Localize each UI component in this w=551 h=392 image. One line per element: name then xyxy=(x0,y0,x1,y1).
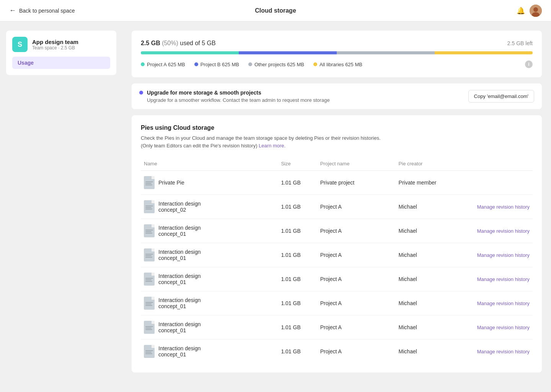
learn-more-link[interactable]: Learn more. xyxy=(259,143,285,149)
svg-rect-13 xyxy=(144,224,155,237)
back-navigation[interactable]: ← Back to personal space xyxy=(9,7,75,15)
manage-revision-history-link[interactable]: Manage revision history xyxy=(477,301,530,306)
col-header-action xyxy=(474,157,533,171)
manage-revision-history-link[interactable]: Manage revision history xyxy=(477,252,530,258)
table-header: Name Size Project name Pie creator xyxy=(141,157,533,171)
file-size: 1.01 GB xyxy=(278,340,317,364)
svg-rect-20 xyxy=(145,254,153,255)
file-name: Interaction design concept_01 xyxy=(158,321,201,333)
file-size: 1.01 GB xyxy=(278,171,317,195)
file-name: Interaction design concept_01 xyxy=(158,345,201,358)
svg-marker-19 xyxy=(152,248,155,252)
file-cell: Interaction design concept_01 xyxy=(144,248,275,261)
manage-revision-history-link[interactable]: Manage revision history xyxy=(477,204,530,210)
file-cell: Interaction design concept_01 xyxy=(144,297,275,310)
pie-creator: Private member xyxy=(396,171,474,195)
copy-email-button[interactable]: Copy 'email@email.com' xyxy=(468,90,534,103)
legend-label-libraries: All libraries 625 MB xyxy=(320,62,362,67)
project-name: Project A xyxy=(317,267,396,291)
pie-creator: Michael xyxy=(396,219,474,243)
svg-rect-36 xyxy=(145,328,152,328)
upgrade-title: Upgrade for more storage & smooth projec… xyxy=(147,90,330,96)
pies-description: Check the Pies in your Cloud and manage … xyxy=(141,134,533,149)
back-label: Back to personal space xyxy=(19,8,75,14)
project-name: Project A xyxy=(317,340,396,364)
table-row: Interaction design concept_011.01 GBProj… xyxy=(141,267,533,291)
project-name: Project A xyxy=(317,219,396,243)
upgrade-content: Upgrade for more storage & smooth projec… xyxy=(139,90,330,103)
svg-marker-34 xyxy=(152,321,155,324)
storage-used: 2.5 GB (50%) used of 5 GB xyxy=(141,40,216,47)
legend-dot-other xyxy=(248,62,252,66)
svg-rect-38 xyxy=(144,345,155,358)
page-title: Cloud storage xyxy=(255,7,296,14)
header-actions: 🔔 xyxy=(517,5,542,17)
file-name: Interaction design concept_01 xyxy=(158,225,201,237)
pies-section-title: Pies using Cloud storage xyxy=(141,124,533,131)
sidebar: S App design team Team space · 2.5 GB Us… xyxy=(0,21,122,392)
pie-creator: Michael xyxy=(396,195,474,219)
user-avatar[interactable] xyxy=(530,5,542,17)
file-cell: Interaction design concept_01 xyxy=(144,273,275,286)
file-size: 1.01 GB xyxy=(278,315,317,340)
info-icon[interactable]: i xyxy=(525,60,533,68)
segment-project-a xyxy=(141,51,239,54)
manage-revision-history-link[interactable]: Manage revision history xyxy=(477,228,530,234)
file-icon xyxy=(144,345,155,358)
file-name: Interaction design concept_01 xyxy=(158,297,201,309)
svg-rect-33 xyxy=(144,321,155,334)
table-row: Interaction design concept_021.01 GBProj… xyxy=(141,195,533,219)
team-icon: S xyxy=(12,37,28,52)
table-row: Private Pie1.01 GBPrivate projectPrivate… xyxy=(141,171,533,195)
file-size: 1.01 GB xyxy=(278,291,317,315)
svg-rect-30 xyxy=(145,302,153,303)
manage-revision-history-link[interactable]: Manage revision history xyxy=(477,325,530,330)
bell-icon[interactable]: 🔔 xyxy=(517,7,525,15)
svg-rect-15 xyxy=(145,230,153,230)
upgrade-text: Upgrade for more storage & smooth projec… xyxy=(147,90,330,103)
legend-project-a: Project A 625 MB xyxy=(141,62,185,67)
svg-marker-4 xyxy=(152,176,155,179)
svg-rect-17 xyxy=(145,233,152,234)
segment-libraries xyxy=(435,51,533,54)
svg-marker-9 xyxy=(152,200,155,203)
file-icon xyxy=(144,321,155,334)
table-row: Interaction design concept_011.01 GBProj… xyxy=(141,291,533,315)
team-details: App design team Team space · 2.5 GB xyxy=(32,39,78,51)
legend-label-project-b: Project B 625 MB xyxy=(201,62,239,67)
svg-rect-5 xyxy=(145,181,153,182)
svg-rect-7 xyxy=(145,185,152,185)
svg-rect-16 xyxy=(145,231,152,232)
svg-rect-28 xyxy=(144,297,155,310)
pie-creator: Michael xyxy=(396,340,474,364)
pie-creator: Michael xyxy=(396,267,474,291)
project-name: Project A xyxy=(317,315,396,340)
team-card: S App design team Team space · 2.5 GB Us… xyxy=(6,31,116,75)
file-icon xyxy=(144,273,155,286)
svg-rect-23 xyxy=(144,273,155,286)
manage-revision-history-link[interactable]: Manage revision history xyxy=(477,349,530,354)
main-layout: S App design team Team space · 2.5 GB Us… xyxy=(0,21,551,392)
svg-point-1 xyxy=(533,7,538,12)
file-icon xyxy=(144,297,155,310)
svg-rect-25 xyxy=(145,278,153,279)
file-size: 1.01 GB xyxy=(278,243,317,267)
manage-revision-history-link[interactable]: Manage revision history xyxy=(477,276,530,282)
col-header-name: Name xyxy=(141,157,278,171)
app-header: ← Back to personal space Cloud storage 🔔 xyxy=(0,0,551,21)
svg-rect-40 xyxy=(145,350,153,351)
svg-rect-18 xyxy=(144,248,155,261)
storage-summary: 2.5 GB (50%) used of 5 GB 2.5 GB left xyxy=(141,40,533,47)
table-body: Private Pie1.01 GBPrivate projectPrivate… xyxy=(141,171,533,364)
legend-project-b: Project B 625 MB xyxy=(194,62,239,67)
usage-button[interactable]: Usage xyxy=(12,57,110,69)
svg-marker-39 xyxy=(152,345,155,348)
svg-rect-11 xyxy=(145,207,152,208)
legend-dot-project-b xyxy=(194,62,198,66)
storage-legend: Project A 625 MB Project B 625 MB Other … xyxy=(141,60,533,68)
svg-rect-21 xyxy=(145,255,152,256)
team-meta: Team space · 2.5 GB xyxy=(32,45,78,51)
team-info: S App design team Team space · 2.5 GB xyxy=(12,37,110,52)
svg-rect-6 xyxy=(145,183,152,184)
pie-creator: Michael xyxy=(396,291,474,315)
